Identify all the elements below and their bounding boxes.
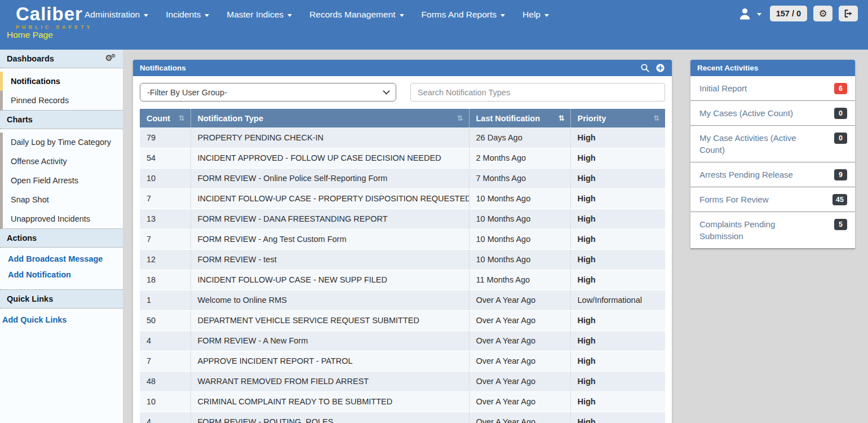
priority-cell: High: [570, 391, 665, 412]
notification-count-link[interactable]: 50: [140, 310, 191, 331]
last-notification-cell: 10 Months Ago: [469, 209, 570, 229]
column-header-count[interactable]: Count⇅: [140, 109, 191, 127]
notification-type-cell: Welcome to Online RMS: [191, 290, 469, 310]
notification-count-link[interactable]: 79: [140, 127, 191, 148]
column-header-last-notification[interactable]: Last Notification⇅: [469, 109, 570, 127]
count-badge: 6: [834, 83, 847, 94]
add-notification-plus-icon[interactable]: [656, 63, 665, 73]
actions-header-label: Actions: [7, 233, 37, 243]
sort-icon[interactable]: ⇅: [457, 114, 463, 122]
notification-count-link[interactable]: 13: [140, 209, 191, 229]
add-quick-links-link[interactable]: Add Quick Links: [0, 312, 123, 328]
sidebar-item-snap-shot[interactable]: Snap Shot: [0, 190, 123, 209]
priority-cell: High: [570, 188, 665, 209]
notification-type-cell: INCIDENT FOLLOW-UP CASE - NEW SUPP FILED: [191, 270, 469, 290]
notification-type-cell: PROPERTY PENDING CHECK-IN: [191, 127, 469, 148]
last-notification-cell: Over A Year Ago: [469, 310, 570, 331]
sort-icon-active[interactable]: ⇅: [559, 114, 565, 122]
sidebar-item-pinned-records[interactable]: Pinned Records: [0, 91, 123, 110]
logout-button[interactable]: [839, 6, 858, 21]
dashboard-settings-cogs-icon[interactable]: ⚙⚙: [105, 53, 117, 63]
sidebar-item-offense-activity[interactable]: Offense Activity: [0, 152, 123, 171]
recent-activity-my-case-activities[interactable]: My Case Activities (Active Count) 0: [690, 126, 855, 162]
notification-count-link[interactable]: 7: [140, 229, 191, 249]
notification-row[interactable]: 13 FORM REVIEW - DANA FREESTANDING REPOR…: [140, 209, 665, 229]
priority-cell: High: [570, 229, 665, 249]
notification-row[interactable]: 50 DEPARTMENT VEHICLE SERVICE REQUEST SU…: [140, 310, 665, 331]
recent-activity-complaints-pending-submission[interactable]: Complaints Pending Submission 5: [690, 212, 855, 249]
sidebar-item-unapproved-incidents[interactable]: Unapproved Incidents: [0, 209, 123, 228]
home-page-link[interactable]: Home Page: [7, 30, 53, 40]
notification-count-link[interactable]: 4: [140, 331, 191, 351]
notification-count-link[interactable]: 54: [140, 148, 191, 168]
column-label: Count: [147, 114, 170, 123]
notifications-panel-title: Notifications: [140, 64, 186, 72]
notification-row[interactable]: 4 FORM REVIEW - ROUTING_ROLES Over A Yea…: [140, 412, 665, 423]
activity-label: Forms For Review: [699, 193, 769, 205]
column-header-priority[interactable]: Priority⇅: [570, 109, 665, 127]
recent-activity-arrests-pending-release[interactable]: Arrests Pending Release 9: [690, 162, 855, 187]
notification-search-input[interactable]: [410, 83, 665, 102]
notification-count-link[interactable]: 1: [140, 290, 191, 310]
notification-row[interactable]: 7 INCIDENT FOLLOW-UP CASE - PROPERTY DIS…: [140, 188, 665, 209]
user-group-filter-dropdown[interactable]: -Filter By User Group-: [140, 83, 396, 102]
sidebar-item-open-field-arrests[interactable]: Open Field Arrests: [0, 171, 123, 190]
add-notification-link[interactable]: Add Notification: [0, 267, 123, 283]
notification-row[interactable]: 10 CRIMINAL COMPLAINT READY TO BE SUBMIT…: [140, 391, 665, 412]
menu-incidents[interactable]: Incidents: [166, 10, 209, 20]
notification-count-link[interactable]: 18: [140, 270, 191, 290]
column-header-notification-type[interactable]: Notification Type⇅: [191, 109, 469, 127]
menu-master-indices[interactable]: Master Indices: [227, 10, 292, 20]
sidebar-item-notifications[interactable]: Notifications: [0, 72, 123, 91]
notification-count-link[interactable]: 7: [140, 188, 191, 209]
session-counter-badge[interactable]: 157 / 0: [770, 6, 807, 21]
notifications-panel-header: Notifications: [133, 60, 672, 76]
notification-row[interactable]: 12 FORM REVIEW - test 10 Months Ago High: [140, 249, 665, 270]
notification-type-cell: APPROVE INCIDENT REPORT - PATROL: [191, 351, 469, 371]
recent-activity-initial-report[interactable]: Initial Report 6: [690, 76, 855, 101]
notification-count-link[interactable]: 7: [140, 351, 191, 371]
notification-row[interactable]: 18 INCIDENT FOLLOW-UP CASE - NEW SUPP FI…: [140, 270, 665, 290]
sidebar-item-daily-log-by-time-category[interactable]: Daily Log by Time Category: [0, 133, 123, 152]
recent-activity-my-cases[interactable]: My Cases (Active Count) 0: [690, 101, 855, 126]
search-icon[interactable]: [640, 63, 650, 73]
priority-cell: High: [570, 310, 665, 331]
notification-row[interactable]: 54 INCIDENT APPROVED - FOLLOW UP CASE DE…: [140, 148, 665, 168]
notification-count-link[interactable]: 10: [140, 391, 191, 412]
menu-help[interactable]: Help: [522, 10, 549, 20]
notification-row[interactable]: 10 FORM REVIEW - Online Police Self-Repo…: [140, 168, 665, 188]
sort-icon[interactable]: ⇅: [653, 114, 659, 122]
notification-type-cell: FORM REVIEW - ROUTING_ROLES: [191, 412, 469, 423]
menu-label: Records Management: [309, 10, 396, 20]
settings-button[interactable]: ⚙: [813, 6, 832, 21]
notification-type-cell: FORM REVIEW - DANA FREESTANDING REPORT: [191, 209, 469, 229]
notification-row[interactable]: 48 WARRANT REMOVED FROM FIELD ARREST Ove…: [140, 371, 665, 391]
dashboards-section-header: Dashboards ⚙⚙: [0, 50, 123, 68]
notification-type-cell: FORM REVIEW - Ang Test Custom Form: [191, 229, 469, 249]
sort-icon[interactable]: ⇅: [179, 114, 185, 122]
notification-row[interactable]: 7 APPROVE INCIDENT REPORT - PATROL Over …: [140, 351, 665, 371]
notification-count-link[interactable]: 10: [140, 168, 191, 188]
user-menu[interactable]: [738, 7, 761, 21]
notification-count-link[interactable]: 48: [140, 371, 191, 391]
notification-row[interactable]: 4 FORM REVIEW - A New Form Over A Year A…: [140, 331, 665, 351]
priority-cell: High: [570, 168, 665, 188]
logo-subtitle: PUBLIC SAFETY: [16, 24, 93, 30]
menu-forms-and-reports[interactable]: Forms And Reports: [422, 10, 506, 20]
recent-activity-forms-for-review[interactable]: Forms For Review 45: [690, 187, 855, 212]
charts-section-header: Charts: [0, 110, 123, 129]
notification-count-link[interactable]: 4: [140, 412, 191, 423]
menu-records-management[interactable]: Records Management: [309, 10, 404, 20]
menu-administration[interactable]: Administration: [85, 10, 148, 20]
add-broadcast-message-link[interactable]: Add Broadcast Message: [0, 251, 123, 267]
notification-type-cell: FORM REVIEW - A New Form: [191, 331, 469, 351]
last-notification-cell: 7 Months Ago: [469, 168, 570, 188]
notification-row[interactable]: 79 PROPERTY PENDING CHECK-IN 26 Days Ago…: [140, 127, 665, 148]
notification-row[interactable]: 7 FORM REVIEW - Ang Test Custom Form 10 …: [140, 229, 665, 249]
last-notification-cell: Over A Year Ago: [469, 391, 570, 412]
notification-row[interactable]: 1 Welcome to Online RMS Over A Year Ago …: [140, 290, 665, 310]
caliber-logo[interactable]: Caliber PUBLIC SAFETY: [16, 5, 93, 30]
notification-type-cell: INCIDENT FOLLOW-UP CASE - PROPERTY DISPO…: [191, 188, 469, 209]
notification-count-link[interactable]: 12: [140, 249, 191, 270]
menu-label: Incidents: [166, 10, 201, 20]
